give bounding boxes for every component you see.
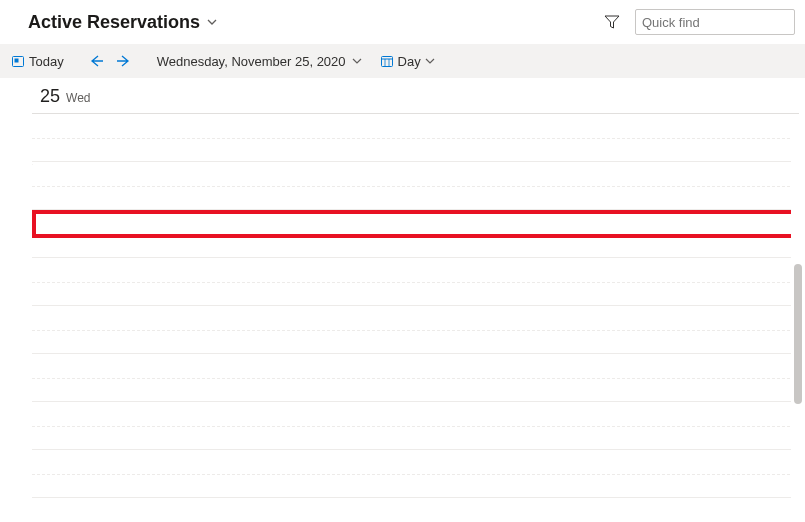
search-input[interactable] bbox=[642, 15, 805, 30]
search-box[interactable] bbox=[635, 9, 795, 35]
chevron-down-icon bbox=[352, 56, 362, 66]
scrollbar-thumb[interactable] bbox=[794, 264, 802, 404]
view-mode-picker[interactable]: Day bbox=[374, 52, 441, 71]
svg-rect-4 bbox=[381, 57, 392, 67]
chevron-down-icon bbox=[425, 56, 435, 66]
chevron-down-icon bbox=[206, 16, 218, 28]
time-slot[interactable]: 1p bbox=[32, 306, 805, 354]
calendar-toolbar: Today Wednesday, November 25, 2020 Day bbox=[0, 44, 805, 78]
time-slot[interactable]: 12p bbox=[32, 258, 805, 306]
funnel-icon bbox=[604, 14, 620, 30]
svg-rect-3 bbox=[15, 59, 19, 63]
page-title: Active Reservations bbox=[28, 12, 200, 33]
day-column-header[interactable]: 25 Wed bbox=[32, 78, 799, 114]
calendar-icon bbox=[380, 54, 394, 68]
today-label: Today bbox=[29, 54, 64, 69]
day-name: Wed bbox=[66, 91, 90, 107]
arrow-right-icon bbox=[116, 54, 132, 68]
next-button[interactable] bbox=[113, 50, 135, 72]
time-gutter bbox=[4, 78, 28, 522]
time-slot[interactable]: 3p bbox=[32, 402, 805, 450]
today-button[interactable]: Today bbox=[6, 52, 69, 71]
view-selector[interactable]: Active Reservations bbox=[28, 12, 218, 33]
vertical-scrollbar[interactable] bbox=[791, 114, 805, 522]
time-slot[interactable]: 4p bbox=[32, 450, 805, 498]
prev-button[interactable] bbox=[85, 50, 107, 72]
day-number: 25 bbox=[40, 86, 60, 107]
time-slot[interactable]: 5p bbox=[32, 498, 805, 522]
filter-button[interactable] bbox=[599, 9, 625, 35]
arrow-left-icon bbox=[88, 54, 104, 68]
calendar-grid[interactable]: 10a11a12p1p2p3p4p5p bbox=[32, 114, 805, 522]
time-slot[interactable]: 11a bbox=[32, 210, 805, 258]
date-picker[interactable]: Wednesday, November 25, 2020 bbox=[151, 52, 368, 71]
calendar-today-icon bbox=[11, 54, 25, 68]
view-mode-label: Day bbox=[398, 54, 421, 69]
time-slot[interactable]: 10a bbox=[32, 162, 805, 210]
time-slot[interactable] bbox=[32, 114, 805, 162]
time-slot[interactable]: 2p bbox=[32, 354, 805, 402]
current-date-label: Wednesday, November 25, 2020 bbox=[157, 54, 346, 69]
